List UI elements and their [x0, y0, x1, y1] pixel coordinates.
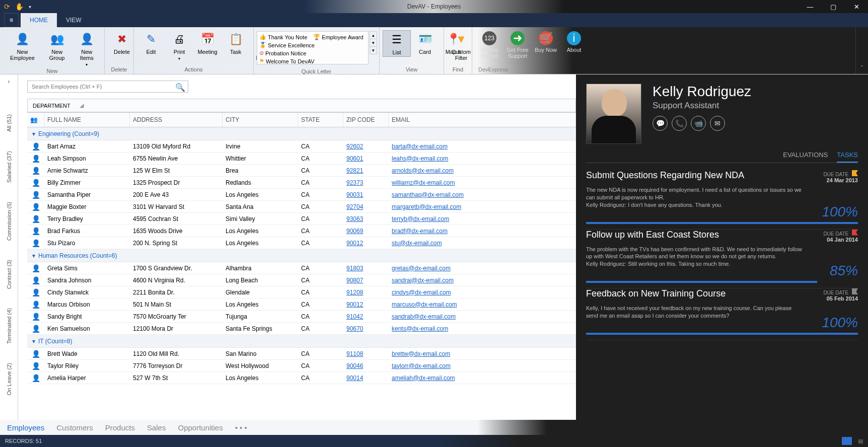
- col-email[interactable]: EMAIL: [389, 113, 576, 127]
- email-link[interactable]: gretas@dx-email.com: [392, 265, 451, 272]
- table-row[interactable]: 👤Brett Wade1120 Old Mill Rd.San MarinoCA…: [27, 348, 576, 360]
- table-row[interactable]: 👤Arnie Schwartz125 W Elm StBreaCA92821ar…: [27, 165, 576, 177]
- ribbon-collapse-button[interactable]: ˆ: [856, 63, 868, 74]
- zip-link[interactable]: 92704: [346, 203, 363, 210]
- table-row[interactable]: 👤Marcus Orbison501 N Main StLos AngelesC…: [27, 299, 576, 311]
- custom-filter-button[interactable]: ▼Custom Filter: [447, 30, 475, 62]
- list-view-button[interactable]: ☰List: [383, 30, 411, 57]
- col-state[interactable]: STATE: [298, 113, 343, 127]
- minimize-button[interactable]: —: [799, 0, 822, 13]
- new-employee-button[interactable]: 👤New Employee: [3, 30, 42, 62]
- table-row[interactable]: 👤Bart Arnaz13109 Old Myford RdIrvineCA92…: [27, 140, 576, 153]
- get-support-button[interactable]: ➜Get Free Support: [503, 30, 532, 60]
- col-icon[interactable]: 👥: [27, 113, 44, 127]
- nav-products[interactable]: Products: [105, 423, 135, 432]
- table-row[interactable]: 👤Brad Farkus1635 Woods DriveLos AngelesC…: [27, 225, 576, 237]
- search-input[interactable]: [27, 81, 188, 93]
- side-tab[interactable]: Contract (3): [6, 257, 12, 292]
- email-link[interactable]: williamz@dx-email.com: [392, 179, 455, 186]
- col-address[interactable]: ADDRESS: [130, 113, 223, 127]
- maximize-button[interactable]: ▢: [822, 0, 845, 13]
- side-tab[interactable]: Salaried (37): [6, 148, 12, 186]
- email-link[interactable]: barta@dx-email.com: [392, 143, 448, 150]
- table-row[interactable]: 👤Stu Pizaro200 N. Spring StLos AngelesCA…: [27, 237, 576, 249]
- video-button[interactable]: 📹: [691, 116, 706, 131]
- table-row[interactable]: 👤Ken Samuelson12100 Mora DrSanta Fe Spri…: [27, 323, 576, 335]
- group-row[interactable]: ▾ Engineering (Count=9): [27, 127, 576, 140]
- close-button[interactable]: ✕: [845, 0, 868, 13]
- email-link[interactable]: marcuso@dx-email.com: [392, 301, 457, 308]
- zip-link[interactable]: 90670: [346, 325, 363, 332]
- zip-link[interactable]: 93063: [346, 215, 363, 222]
- table-row[interactable]: 👤Samantha Piper200 E Ave 43Los AngelesCA…: [27, 189, 576, 201]
- tab-view[interactable]: VIEW: [57, 13, 91, 27]
- zip-link[interactable]: 92602: [346, 143, 363, 150]
- zip-link[interactable]: 90014: [346, 375, 363, 382]
- qat-dropdown-icon[interactable]: ▾: [29, 4, 31, 10]
- print-button[interactable]: 🖨Print▾: [165, 30, 193, 62]
- meeting-button[interactable]: 📅Meeting: [193, 30, 222, 56]
- col-fullname[interactable]: FULL NAME: [44, 113, 130, 127]
- zip-link[interactable]: 91208: [346, 289, 363, 296]
- file-menu-button[interactable]: ≡: [4, 13, 19, 27]
- side-expand-button[interactable]: ›: [8, 78, 10, 85]
- col-zip[interactable]: ZIP CODE: [343, 113, 389, 127]
- table-row[interactable]: 👤Terry Bradley4595 Cochran StSimi Valley…: [27, 213, 576, 225]
- table-row[interactable]: 👤Cindy Stanwick2211 Bonita Dr.GlendaleCA…: [27, 286, 576, 299]
- email-link[interactable]: leahs@dx-email.com: [392, 155, 448, 162]
- email-link[interactable]: samanthap@dx-email.com: [392, 191, 464, 198]
- mail-button[interactable]: ✉: [710, 116, 725, 131]
- zip-link[interactable]: 92373: [346, 179, 363, 186]
- edit-button[interactable]: ✎Edit: [137, 30, 165, 56]
- zip-link[interactable]: 91042: [346, 313, 363, 320]
- zip-link[interactable]: 91803: [346, 265, 363, 272]
- delete-button[interactable]: ✖Delete: [108, 30, 136, 56]
- zip-link[interactable]: 90601: [346, 155, 363, 162]
- table-row[interactable]: 👤Sandra Johnson4600 N Virginia Rd.Long B…: [27, 274, 576, 286]
- email-link[interactable]: stu@dx-email.com: [392, 240, 442, 247]
- new-items-button[interactable]: 👤New Items▾: [73, 30, 102, 68]
- card-view-button[interactable]: 🪪Card: [411, 30, 439, 56]
- side-tab[interactable]: Commission (5): [6, 199, 12, 244]
- table-row[interactable]: 👤Leah Simpson6755 Newlin AveWhittierCA90…: [27, 153, 576, 165]
- group-row[interactable]: ▾ Human Resources (Count=6): [27, 249, 576, 262]
- task-item[interactable]: Feedback on New Training CourseDUE DATE …: [586, 288, 858, 340]
- email-link[interactable]: cindys@dx-email.com: [392, 289, 451, 296]
- col-city[interactable]: CITY: [223, 113, 298, 127]
- quick-letter-gallery[interactable]: 👍Thank You Note 🏆Employee Award 🏅Service…: [257, 31, 369, 64]
- tab-evaluations[interactable]: EVALUATIONS: [783, 151, 828, 163]
- email-link[interactable]: sandrab@dx-email.com: [392, 313, 456, 320]
- getting-started-button[interactable]: 123Getting Started: [475, 30, 503, 60]
- group-row[interactable]: ▾ IT (Count=8): [27, 335, 576, 348]
- task-item[interactable]: Follow up with East Coast StoresDUE DATE…: [586, 230, 858, 289]
- table-row[interactable]: 👤Amelia Harper527 W 7th StLos AngelesCA9…: [27, 372, 576, 384]
- zip-link[interactable]: 90031: [346, 191, 363, 198]
- email-link[interactable]: kents@dx-email.com: [392, 325, 448, 332]
- search-icon[interactable]: 🔍: [175, 83, 185, 92]
- tab-home[interactable]: HOME: [21, 13, 57, 27]
- side-tab[interactable]: Terminated (4): [6, 305, 12, 347]
- task-button[interactable]: 📋Task: [222, 30, 250, 56]
- email-link[interactable]: taylorr@dx-email.com: [392, 362, 451, 369]
- status-layout-icon-1[interactable]: [842, 437, 852, 445]
- nav-opportunities[interactable]: Opportunities: [178, 423, 223, 432]
- email-link[interactable]: terryb@dx-email.com: [392, 215, 449, 222]
- tab-tasks[interactable]: TASKS: [837, 151, 858, 163]
- email-link[interactable]: ameliah@dx-email.com: [392, 375, 455, 382]
- qat-icon-2[interactable]: ✋: [15, 3, 24, 11]
- table-row[interactable]: 👤Billy Zimmer1325 Prospect DrRedlandsCA9…: [27, 177, 576, 189]
- side-tab[interactable]: All (51): [6, 111, 12, 135]
- email-link[interactable]: arnolds@dx-email.com: [392, 167, 454, 174]
- zip-link[interactable]: 90012: [346, 240, 363, 247]
- zip-link[interactable]: 92821: [346, 167, 363, 174]
- zip-link[interactable]: 90807: [346, 277, 363, 284]
- table-row[interactable]: 👤Taylor Riley7776 Torreyson DrWest Holly…: [27, 360, 576, 372]
- zip-link[interactable]: 90012: [346, 301, 363, 308]
- buy-now-button[interactable]: 🛒Buy Now: [532, 30, 560, 54]
- nav-customers[interactable]: Customers: [56, 423, 93, 432]
- call-button[interactable]: 📞: [672, 116, 687, 131]
- message-button[interactable]: 💬: [653, 116, 668, 131]
- gallery-down-button[interactable]: ▾: [370, 39, 377, 47]
- status-layout-icon-2[interactable]: ▤: [858, 438, 863, 444]
- qat-icon-1[interactable]: ⟳: [4, 3, 10, 11]
